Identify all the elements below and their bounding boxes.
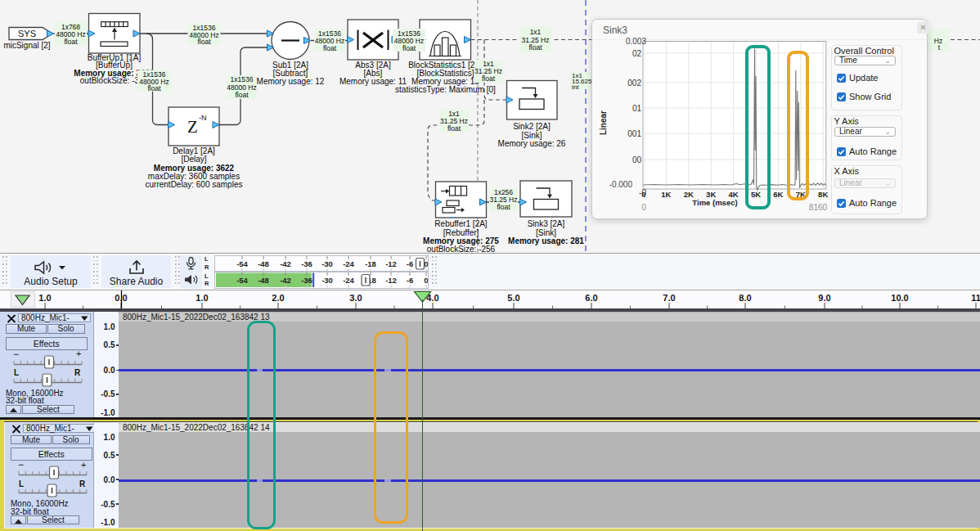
svg-text:float: float xyxy=(482,74,496,83)
svg-text:float: float xyxy=(447,124,461,133)
svg-text:-48: -48 xyxy=(258,276,269,285)
svg-text:-N: -N xyxy=(199,114,207,122)
svg-text:0: 0 xyxy=(424,276,428,285)
svg-text:0: 0 xyxy=(641,190,645,199)
svg-text:002: 002 xyxy=(627,79,641,88)
svg-text:Sink2 [2A]: Sink2 [2A] xyxy=(513,122,551,131)
svg-text:[Delay]: [Delay] xyxy=(181,155,206,164)
svg-text:Sink3 [2A]: Sink3 [2A] xyxy=(528,219,565,228)
svg-text:float: float xyxy=(402,44,416,52)
svg-text:01: 01 xyxy=(632,104,642,113)
svg-text:[Rebuffer]: [Rebuffer] xyxy=(443,228,479,237)
svg-text:currentDelay: 600 samples: currentDelay: 600 samples xyxy=(146,180,243,189)
svg-text:-0.000: -0.000 xyxy=(609,180,633,189)
svg-text:-24: -24 xyxy=(343,259,354,268)
svg-text:float: float xyxy=(528,43,542,52)
svg-text:1x1: 1x1 xyxy=(530,28,542,36)
svg-text:Memory usage: 281: Memory usage: 281 xyxy=(508,236,584,245)
svg-text:int: int xyxy=(572,83,579,91)
svg-text:statisticsType: Maximum [0]: statisticsType: Maximum [0] xyxy=(395,85,496,94)
svg-text:-36: -36 xyxy=(301,276,312,285)
svg-text:micSignal [2]: micSignal [2] xyxy=(3,41,50,50)
svg-text:-54: -54 xyxy=(236,276,248,285)
svg-text:0.003: 0.003 xyxy=(626,37,646,46)
svg-text:00: 00 xyxy=(632,155,642,164)
svg-text:SYS: SYS xyxy=(18,29,36,38)
svg-text:[Sink]: [Sink] xyxy=(521,131,542,140)
svg-text:Memory usage: 12: Memory usage: 12 xyxy=(257,77,325,86)
svg-text:-12: -12 xyxy=(385,259,397,268)
svg-text:-36: -36 xyxy=(301,259,312,268)
svg-text:[Sink]: [Sink] xyxy=(536,228,556,237)
svg-text:Memory usage: 26: Memory usage: 26 xyxy=(498,139,566,148)
svg-text:1x1536: 1x1536 xyxy=(231,75,254,83)
svg-text:-42: -42 xyxy=(280,259,291,268)
svg-text:float: float xyxy=(64,38,78,46)
svg-text:8160: 8160 xyxy=(809,203,828,212)
svg-text:001: 001 xyxy=(627,129,641,138)
svg-text:-30: -30 xyxy=(321,276,333,285)
svg-text:-6: -6 xyxy=(407,276,413,285)
svg-text:-54: -54 xyxy=(236,259,248,268)
svg-text:8K: 8K xyxy=(818,190,828,199)
svg-text:1K: 1K xyxy=(661,190,671,199)
svg-text:float: float xyxy=(147,84,161,92)
svg-text:float: float xyxy=(323,44,337,52)
svg-text:-30: -30 xyxy=(321,259,333,268)
svg-text:-6: -6 xyxy=(407,259,413,268)
svg-text:-18: -18 xyxy=(365,259,376,268)
svg-text:0: 0 xyxy=(641,203,646,212)
svg-text:-42: -42 xyxy=(280,276,291,285)
svg-text:-48: -48 xyxy=(258,259,269,268)
svg-text:float: float xyxy=(235,91,249,99)
svg-text:outBlockSize: -256: outBlockSize: -256 xyxy=(427,245,496,254)
svg-text:31.25 Hz: 31.25 Hz xyxy=(521,36,549,44)
svg-text:Linear: Linear xyxy=(599,110,608,135)
svg-text:float: float xyxy=(197,38,211,46)
svg-text:6K: 6K xyxy=(773,190,783,199)
svg-text:Time (msec): Time (msec) xyxy=(692,198,737,207)
svg-text:float: float xyxy=(497,203,510,211)
svg-text:-12: -12 xyxy=(385,276,397,285)
svg-text:Z: Z xyxy=(187,117,198,137)
svg-text:-24: -24 xyxy=(343,276,354,285)
svg-text:Rebuffer1 [2A]: Rebuffer1 [2A] xyxy=(434,219,488,228)
svg-text:02: 02 xyxy=(632,49,642,58)
